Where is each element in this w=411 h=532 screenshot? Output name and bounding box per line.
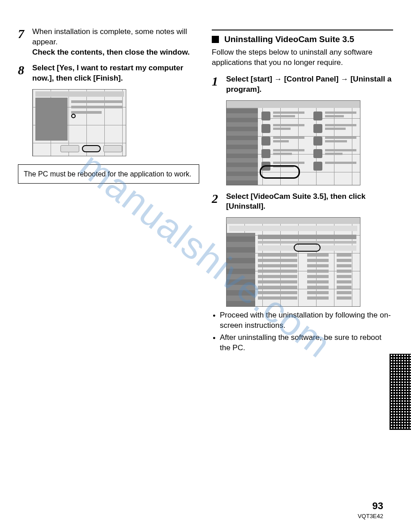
step-body: Select [Yes, I want to restart my comput… (32, 63, 199, 84)
step-body: Select [VideoCam Suite 3.5], then click … (226, 192, 393, 212)
step-2: 2 Select [VideoCam Suite 3.5], then clic… (212, 192, 393, 212)
doc-code: VQT3E42 (358, 513, 383, 519)
step-1: 1 Select [start] → [Control Panel] → [Un… (212, 74, 393, 95)
step2-text: Select [VideoCam Suite 3.5], then click … (226, 192, 365, 211)
programs-list-screenshot (226, 217, 360, 307)
step-number: 1 (212, 74, 226, 95)
page-number: 93 (358, 500, 383, 512)
step-number: 7 (18, 27, 32, 58)
arrow-icon: → (274, 75, 282, 83)
step-body: When installation is complete, some note… (32, 27, 199, 58)
bullet-item: After uninstalling the software, be sure… (213, 333, 393, 353)
cancel-button-icon (103, 145, 122, 152)
step-body: Select [start] → [Control Panel] → [Unin… (226, 74, 393, 95)
section-title: Uninstalling VideoCam Suite 3.5 (224, 34, 354, 45)
left-column: 7 When installation is complete, some no… (18, 27, 199, 355)
step-number: 8 (18, 63, 32, 84)
uninstall-notes: Proceed with the uninstallation by follo… (213, 310, 393, 353)
back-button-icon (60, 145, 79, 152)
uninstall-highlight-icon (294, 244, 321, 252)
step-8: 8 Select [Yes, I want to restart my comp… (18, 63, 199, 84)
step8-text: Select [Yes, I want to restart my comput… (32, 64, 183, 82)
step7-text2: Check the contents, then close the windo… (32, 48, 190, 56)
arrow-icon: → (341, 75, 348, 83)
square-bullet-icon (212, 36, 219, 43)
installer-finish-screenshot (32, 89, 126, 156)
reboot-note: The PC must be rebooted for the applicat… (18, 164, 199, 184)
bullet-item: Proceed with the uninstallation by follo… (213, 310, 393, 331)
step7-text1: When installation is complete, some note… (32, 27, 187, 46)
right-column: Uninstalling VideoCam Suite 3.5 Follow t… (212, 27, 393, 355)
thumb-index-tab (390, 354, 411, 430)
finish-button-icon (82, 145, 101, 152)
page-footer: 93 VQT3E42 (358, 500, 383, 519)
step1-part-b: [Control Panel] (282, 75, 341, 83)
step1-part-a: Select [start] (226, 75, 274, 83)
control-panel-screenshot (226, 100, 360, 185)
programs-highlight-icon (260, 165, 300, 179)
step-number: 2 (212, 192, 226, 212)
section-subtext: Follow the steps below to uninstall any … (212, 47, 393, 68)
restart-radio-icon (71, 114, 76, 118)
uninstall-section-heading: Uninstalling VideoCam Suite 3.5 (212, 30, 393, 45)
step-7: 7 When installation is complete, some no… (18, 27, 199, 58)
